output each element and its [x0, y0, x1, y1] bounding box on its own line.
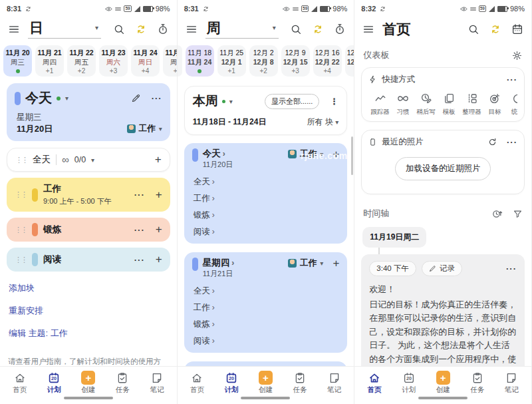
nav-plan[interactable]: 20 计划 — [39, 371, 68, 395]
shortcut-templates[interactable]: 模板 — [438, 92, 461, 116]
journal-entry-card[interactable]: 3:40 下午 记录 ··· 欢迎！ 日记的目标！成为你真正的生活伴奏，在那里你… — [361, 254, 525, 366]
nav-tasks[interactable]: 任务 — [108, 371, 137, 395]
search-icon[interactable] — [113, 23, 125, 35]
sync-icon[interactable] — [489, 23, 501, 35]
drag-handle-icon[interactable]: ⋮⋮ — [15, 226, 27, 234]
shortcut-organizer[interactable]: 整理器 — [460, 92, 483, 116]
this-week-card[interactable]: 本周 ▾ 显示全部...... ⋮ 11月18日 - 11月24日 所有 块 ▾ — [184, 86, 348, 135]
nav-create[interactable]: + 创建 — [251, 371, 280, 395]
block-link[interactable]: 工作› — [192, 300, 340, 316]
view-selector-dropdown[interactable]: 日 ▾ — [28, 21, 101, 39]
block-filter-dropdown[interactable]: 所有 块 ▾ — [307, 116, 339, 128]
week-chip[interactable]: 12月 9 12月 15 +3 — [281, 45, 310, 77]
add-icon[interactable]: + — [156, 255, 162, 264]
block-link[interactable]: 阅读› — [192, 224, 340, 240]
block-link[interactable]: 工作› — [192, 190, 340, 207]
entry-tag-chip[interactable]: 记录 — [422, 261, 462, 276]
day-card-thursday[interactable]: 星期四› 11月21日 工作 ▾ + 全天› 工作› — [184, 252, 348, 353]
search-icon[interactable] — [290, 23, 302, 35]
add-icon[interactable]: + — [155, 155, 162, 164]
sync-icon[interactable] — [135, 23, 147, 35]
theme-selector[interactable]: 工作 ▾ — [288, 148, 323, 160]
block-link[interactable]: 全天› — [192, 174, 340, 190]
load-photos-button[interactable]: 加载设备的近期照片 — [395, 157, 491, 180]
drag-handle-icon[interactable]: ⋮⋮ — [15, 156, 27, 164]
block-link[interactable]: 阅读› — [192, 333, 340, 349]
nav-tasks[interactable]: 任务 — [285, 371, 315, 395]
nav-home[interactable]: 首页 — [182, 371, 211, 395]
timer-icon[interactable] — [334, 23, 346, 35]
shortcut-goals[interactable]: 目标 — [483, 92, 507, 116]
add-block-link[interactable]: 添加块 — [9, 282, 168, 294]
block-link[interactable]: 锻炼› — [192, 316, 340, 333]
nav-notes[interactable]: 笔记 — [320, 371, 349, 395]
theme-selector[interactable]: 工作 ▾ — [288, 258, 323, 269]
week-chip[interactable]: 12月 23 12月 29 +5 — [345, 45, 354, 77]
home-indicator[interactable] — [0, 397, 177, 404]
more-options-icon[interactable]: ··· — [152, 93, 162, 103]
drag-handle-icon[interactable]: ⋮⋮ — [15, 256, 27, 264]
nav-plan[interactable]: 20 计划 — [394, 371, 424, 395]
more-options-icon[interactable]: ··· — [134, 190, 145, 200]
hamburger-menu-icon[interactable] — [186, 23, 198, 35]
nav-notes[interactable]: 笔记 — [497, 371, 526, 395]
view-selector-dropdown[interactable]: 周 ▾ — [205, 21, 279, 39]
add-icon[interactable]: + — [156, 225, 162, 234]
date-chip-selected[interactable]: 11月 20 周三 — [3, 45, 32, 77]
shortcut-write-later[interactable]: 稍后写 — [414, 92, 438, 116]
block-link[interactable]: 全天› — [192, 283, 340, 300]
more-options-icon[interactable]: ··· — [506, 264, 517, 274]
entry-time-chip[interactable]: 3:40 下午 — [369, 261, 416, 276]
filter-funnel-icon[interactable] — [513, 209, 523, 219]
more-options-icon[interactable]: ··· — [134, 225, 145, 235]
nav-create[interactable]: + 创建 — [74, 371, 103, 395]
more-options-vertical-icon[interactable]: ⋮ — [330, 97, 338, 106]
more-options-icon[interactable]: ··· — [507, 137, 517, 147]
nav-home[interactable]: 首页 — [5, 371, 35, 395]
reading-block-card[interactable]: ⋮⋮ 阅读 ··· + — [7, 248, 170, 272]
reschedule-link[interactable]: 重新安排 — [9, 305, 168, 317]
shortcut-statistics[interactable]: 统计 — [506, 92, 517, 116]
gear-icon[interactable] — [511, 50, 523, 61]
scrollbar[interactable] — [351, 136, 353, 175]
add-icon[interactable]: + — [332, 150, 339, 159]
date-chip[interactable]: 11月 22 周五 +2 — [67, 45, 96, 77]
nav-tasks[interactable]: 任务 — [463, 371, 492, 395]
hamburger-menu-icon[interactable] — [8, 23, 20, 35]
week-chip[interactable]: 12月 2 12月 8 +2 — [249, 45, 278, 77]
sort-by-time-icon[interactable] — [491, 208, 503, 220]
more-options-icon[interactable]: ··· — [134, 255, 145, 265]
nav-create[interactable]: + 创建 — [428, 371, 458, 395]
drag-handle-icon[interactable]: ⋮⋮ — [15, 190, 27, 199]
add-icon[interactable]: + — [156, 190, 162, 200]
home-indicator[interactable] — [178, 397, 354, 404]
edit-theme-link[interactable]: 编辑 主题: 工作 — [9, 327, 168, 339]
date-chip[interactable]: 11月 23 周六 +3 — [99, 45, 128, 77]
add-icon[interactable]: + — [332, 259, 339, 268]
refresh-icon[interactable] — [487, 137, 497, 147]
timer-icon[interactable] — [157, 23, 169, 35]
date-chip[interactable]: 11月 25 周一 +5 — [163, 45, 177, 77]
date-chip[interactable]: 11月 24 周日 +4 — [131, 45, 160, 77]
date-chip[interactable]: 11月 21 周四 +1 — [35, 45, 64, 77]
day-card-friday[interactable]: 星期五› 11月22日 工作 ▾ + 全天› 工作› — [184, 361, 348, 366]
timeline-date-chip[interactable]: 11月19日周二 — [362, 227, 426, 248]
sync-icon[interactable] — [312, 23, 324, 35]
shortcut-habits[interactable]: 习惯 — [392, 92, 415, 116]
more-options-icon[interactable]: ··· — [507, 75, 517, 85]
shortcut-tracker[interactable]: 跟踪器 — [368, 92, 392, 116]
week-chip[interactable]: 11月 25 12月 1 +1 — [217, 45, 246, 77]
week-chip-selected[interactable]: 11月 18 11月 24 — [186, 45, 214, 77]
block-link[interactable]: 锻炼› — [192, 207, 340, 224]
work-block-card[interactable]: ⋮⋮ 工作 9:00 上午 - 5:00 下午 ··· + — [7, 178, 170, 212]
all-day-row[interactable]: ⋮⋮ 全天 ∞ 0/0 ▾ + — [7, 148, 170, 172]
nav-home[interactable]: 首页 — [360, 371, 389, 395]
nav-notes[interactable]: 笔记 — [142, 371, 172, 395]
home-indicator[interactable] — [354, 397, 531, 404]
hamburger-menu-icon[interactable] — [362, 23, 374, 35]
today-card[interactable]: 今天 ▾ ··· 星期三 11月20日 工作 — [7, 83, 170, 141]
day-card-today[interactable]: 今天› 11月20日 工作 ▾ + 全天› 工作› — [184, 143, 348, 244]
theme-selector[interactable]: 工作 ▾ — [127, 123, 162, 134]
week-chip[interactable]: 12月 16 12月 22 +4 — [313, 45, 342, 77]
edit-pencil-icon[interactable] — [131, 93, 141, 103]
